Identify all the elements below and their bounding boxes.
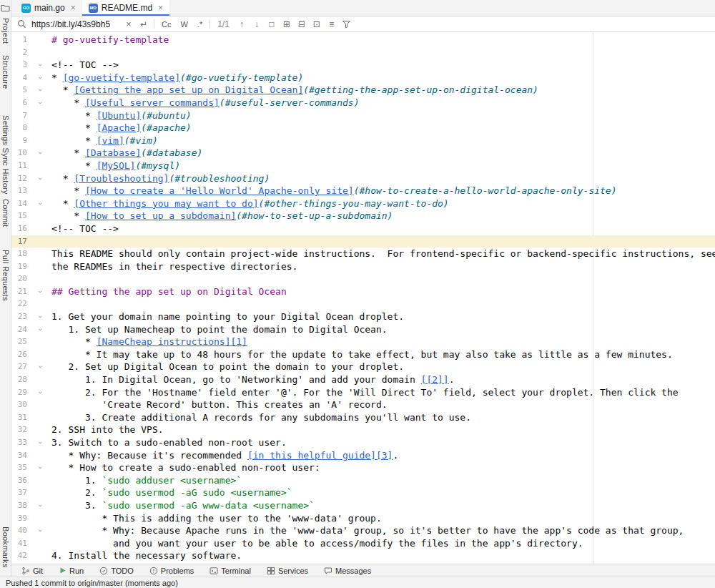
- markdown-link[interactable]: [Other things you may want to do]: [74, 198, 258, 209]
- sidebar-item-project[interactable]: Project: [1, 18, 10, 44]
- code-text[interactable]: [49, 46, 51, 59]
- fold-chevron-icon[interactable]: ›: [31, 310, 49, 323]
- line-number[interactable]: 6: [11, 97, 31, 109]
- fold-chevron-icon[interactable]: ›: [31, 172, 49, 185]
- line-number[interactable]: 37: [11, 486, 31, 499]
- toolwindow-todo[interactable]: TODO: [99, 567, 134, 575]
- code-text[interactable]: 1. `sudo adduser <username>`: [49, 474, 242, 487]
- markdown-link[interactable]: [Getting the app set up on Digital Ocean…: [74, 84, 303, 95]
- tab-main-go[interactable]: GO main.go ×: [15, 0, 82, 16]
- editor-line[interactable]: 13 * [How to create a 'Hello World' Apac…: [11, 185, 715, 197]
- markdown-link[interactable]: [How to set up a subdomain]: [85, 210, 236, 221]
- markdown-link[interactable]: [vim]: [97, 135, 124, 146]
- editor-line[interactable]: 5› * [Getting the app set up on Digital …: [11, 84, 715, 97]
- markdown-link[interactable]: [go-vuetify-template]: [63, 72, 180, 83]
- fold-chevron-icon[interactable]: ›: [31, 524, 49, 537]
- sidebar-item-pull-requests[interactable]: Pull Requests: [1, 250, 10, 301]
- editor-line[interactable]: 8 * [Apache](#apache): [11, 122, 715, 134]
- editor-line[interactable]: 33›3. Switch to a sudo-enabled non-root …: [11, 436, 715, 449]
- line-number[interactable]: 8: [11, 122, 31, 134]
- editor-line[interactable]: 38› 3. `sudo usermod -aG www-data <usern…: [11, 499, 715, 512]
- line-number[interactable]: 41: [11, 537, 31, 550]
- code-text[interactable]: * [MySQL](#mysql): [49, 160, 180, 172]
- line-number[interactable]: 34: [11, 449, 31, 462]
- fold-chevron-icon[interactable]: ›: [31, 436, 49, 449]
- select-all-occurrences-icon[interactable]: ⊡: [312, 20, 322, 29]
- editor-line[interactable]: 424. Install the necessary software.: [11, 549, 715, 562]
- editor-line[interactable]: 25 * [NameCheap instructions][1]: [11, 335, 715, 348]
- code-text[interactable]: * [Database](#database): [49, 147, 202, 160]
- fold-chevron-icon[interactable]: ›: [31, 197, 49, 210]
- editor-line[interactable]: 10› * [Database](#database): [11, 147, 715, 160]
- open-in-find-window-icon[interactable]: □: [267, 20, 277, 29]
- toolwindow-git[interactable]: Git: [21, 567, 43, 575]
- line-number[interactable]: 27: [11, 361, 31, 373]
- editor-line[interactable]: 1# go-vuetify-template: [11, 34, 715, 46]
- line-number[interactable]: 20: [11, 273, 31, 285]
- regex-toggle[interactable]: .*: [195, 19, 204, 29]
- toolwindow-problems[interactable]: Problems: [149, 567, 194, 575]
- code-text[interactable]: <!-- TOC -->: [49, 222, 119, 235]
- close-tab-icon[interactable]: ×: [71, 4, 76, 12]
- code-text[interactable]: and you want your user to be able to acc…: [49, 537, 583, 550]
- code-text[interactable]: 'Create Record' button. This creates an …: [49, 398, 388, 411]
- line-number[interactable]: 32: [11, 423, 31, 436]
- editor-line[interactable]: 21›## Getting the app set up on Digital …: [11, 285, 715, 298]
- tab-readme-md[interactable]: MD README.md ×: [82, 0, 169, 16]
- editor-line[interactable]: 4›* [go-vuetify-template](#go-vuetify-te…: [11, 72, 715, 84]
- toolwindow-messages[interactable]: Messages: [324, 567, 371, 575]
- newline-icon[interactable]: ↵: [139, 20, 149, 29]
- editor-line[interactable]: 16<!-- TOC -->: [11, 222, 715, 235]
- code-text[interactable]: * [NameCheap instructions][1]: [49, 335, 247, 348]
- markdown-link[interactable]: [Ubuntu]: [97, 110, 142, 121]
- line-number[interactable]: 39: [11, 512, 31, 525]
- line-number[interactable]: 5: [11, 84, 31, 97]
- toolwindow-terminal[interactable]: Terminal: [209, 567, 251, 575]
- editor-line[interactable]: 41 and you want your user to be able to …: [11, 537, 715, 550]
- line-number[interactable]: 33: [11, 436, 31, 449]
- line-number[interactable]: 38: [11, 499, 31, 512]
- line-number[interactable]: 24: [11, 323, 31, 336]
- editor-line[interactable]: 322. SSH into the VPS.: [11, 423, 715, 436]
- previous-occurrence-icon[interactable]: ↑: [237, 20, 247, 29]
- code-text[interactable]: * How to create a sudo-enabled non-root …: [49, 461, 320, 474]
- close-tab-icon[interactable]: ×: [158, 4, 163, 12]
- code-text[interactable]: * [How to create a 'Hello World' Apache-…: [49, 185, 617, 197]
- sidebar-item-commit[interactable]: Commit: [1, 199, 10, 227]
- clear-search-icon[interactable]: ×: [124, 20, 134, 29]
- markdown-link[interactable]: [in this helpful guide][3]: [247, 450, 393, 461]
- code-text[interactable]: * [Useful server commands](#useful-serve…: [49, 97, 359, 109]
- line-number[interactable]: 29: [11, 386, 31, 399]
- code-text[interactable]: 2. For the 'Hostname' field enter '@'. F…: [49, 386, 679, 399]
- line-number[interactable]: 18: [11, 248, 31, 260]
- code-text[interactable]: * [go-vuetify-template](#go-vuetify-temp…: [49, 72, 303, 84]
- line-number[interactable]: 11: [11, 160, 31, 172]
- line-number[interactable]: 30: [11, 398, 31, 411]
- code-text[interactable]: * [Getting the app set up on Digital Oce…: [49, 84, 538, 97]
- line-number[interactable]: 14: [11, 197, 31, 210]
- line-number[interactable]: 1: [11, 34, 31, 46]
- line-number[interactable]: 10: [11, 147, 31, 160]
- search-input[interactable]: https://bit.ly/43s9bh5: [31, 19, 119, 29]
- fold-chevron-icon[interactable]: ›: [31, 84, 49, 97]
- code-text[interactable]: 3. Create additional A records for any s…: [49, 411, 471, 424]
- fold-chevron-icon[interactable]: ›: [31, 147, 49, 160]
- line-number[interactable]: 31: [11, 411, 31, 424]
- sidebar-item-bookmarks[interactable]: Bookmarks: [1, 526, 10, 568]
- code-text[interactable]: [49, 235, 51, 248]
- editor-line[interactable]: 23›1. Get your domain name pointing to y…: [11, 310, 715, 323]
- editor-line[interactable]: 11 * [MySQL](#mysql): [11, 160, 715, 172]
- editor-line[interactable]: 24› 1. Set up Namecheap to point the dom…: [11, 323, 715, 336]
- line-number[interactable]: 22: [11, 298, 31, 310]
- line-number[interactable]: 28: [11, 373, 31, 386]
- line-number[interactable]: 42: [11, 549, 31, 562]
- code-text[interactable]: 1. In Digital Ocean, go to 'Networking' …: [49, 373, 455, 386]
- code-text[interactable]: 2. Set up Digital Ocean to point the dom…: [49, 361, 404, 373]
- editor-line[interactable]: 40› * Why: Because Apache runs in the 'w…: [11, 524, 715, 537]
- editor-line[interactable]: 36 1. `sudo adduser <username>`: [11, 474, 715, 487]
- editor-line[interactable]: 15 * [How to set up a subdomain](#how-to…: [11, 210, 715, 222]
- fold-chevron-icon[interactable]: ›: [31, 72, 49, 84]
- code-text[interactable]: * Why: Because Apache runs in the 'www-d…: [49, 524, 684, 537]
- line-number[interactable]: 21: [11, 285, 31, 298]
- editor-line[interactable]: 7 * [Ubuntu](#ubuntu): [11, 109, 715, 122]
